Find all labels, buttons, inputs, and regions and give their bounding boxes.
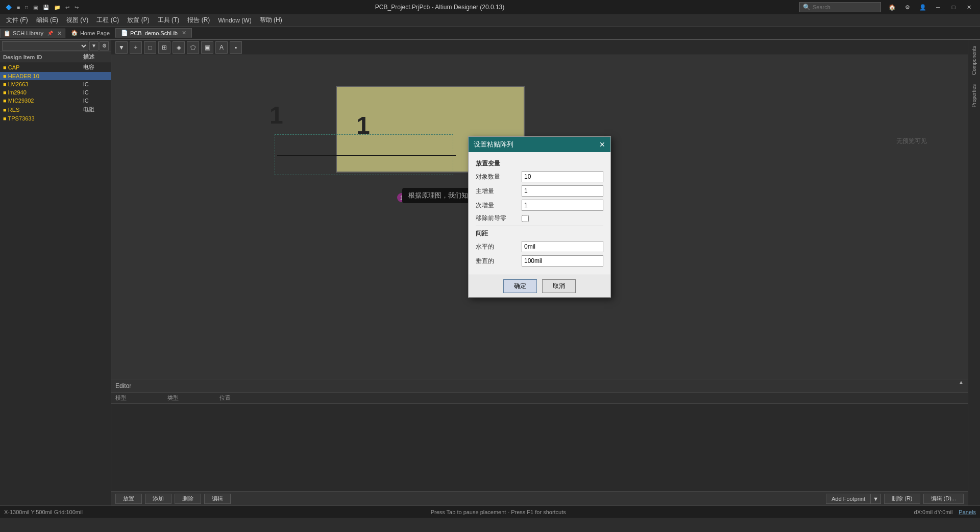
edit-button[interactable]: 编辑 [204, 494, 231, 504]
settings-icon[interactable]: ⚙ [900, 2, 915, 13]
app-icon: 🔷 [4, 4, 13, 11]
no-preview-text: 无预览可见 [896, 137, 927, 146]
settings-small-btn[interactable]: ⚙ [100, 41, 109, 51]
search-icon: 🔍 [803, 4, 811, 11]
dialog-input-count[interactable] [522, 171, 603, 182]
search-box[interactable]: 🔍 [799, 2, 881, 12]
titlebar: 🔷 ■ □ ▣ 💾 📁 ↩ ↪ PCB_Project.PrjPcb - Alt… [0, 0, 980, 14]
dialog-checkbox-remove-zeros[interactable] [522, 215, 529, 222]
dialog-close-button[interactable]: ✕ [599, 140, 605, 149]
close-button[interactable]: ✕ [962, 2, 976, 13]
col-design-id: Design Item ID [0, 52, 80, 62]
menu-file[interactable]: 文件 (F) [2, 15, 32, 26]
tool-snap[interactable]: ◈ [173, 41, 185, 54]
tab-pcb-demo[interactable]: 📄 PCB_demo.SchLib ✕ [115, 28, 192, 38]
dialog-label-primary: 主增量 [476, 187, 522, 196]
toolbar-icon-proj[interactable]: ▣ [32, 4, 39, 11]
bottom-toolbar: 放置 添加 删除 编辑 Add Footprint ▼ 删除 (R) 编辑 (D… [111, 491, 968, 505]
panel-title: SCH Library [13, 30, 43, 36]
delete-button[interactable]: 删除 [175, 494, 201, 504]
dialog-body: 放置变量 对象数量 主增量 次增量 [469, 152, 610, 275]
toolbar-icon-save[interactable]: ■ [15, 4, 21, 11]
edit-d-button[interactable]: 编辑 (D)... [923, 494, 964, 504]
menu-project[interactable]: 工程 (C) [92, 15, 123, 26]
minimize-button[interactable]: ─ [931, 2, 945, 13]
dialog-confirm-button[interactable]: 确定 [503, 279, 537, 293]
canvas-area[interactable]: 1 1 1 根据原理图，我们知道一边是10个管脚 设置粘贴阵列 [111, 55, 968, 379]
tool-fill[interactable]: ▣ [201, 41, 213, 54]
dialog-label-horizontal: 水平的 [476, 243, 522, 251]
tab-pcb-close[interactable]: ✕ [182, 30, 186, 36]
search-input[interactable] [813, 4, 877, 10]
dialog-cancel-button[interactable]: 取消 [542, 279, 576, 293]
table-row[interactable]: ■ LM2663 IC [0, 80, 111, 88]
tool-grid[interactable]: ⊞ [158, 41, 170, 54]
tab-homepage[interactable]: 🏠 Home Page [65, 28, 115, 38]
filter-btn[interactable]: ▼ [89, 41, 99, 51]
status-coordinates: X-1300mil Y:500mil Grid:100mil [4, 509, 83, 515]
tab-homepage-label: Home Page [80, 30, 110, 36]
dialog-input-horizontal[interactable] [522, 241, 603, 252]
col-model: 模型 [115, 394, 127, 402]
toolbar-icon-open[interactable]: □ [23, 4, 30, 11]
menu-place[interactable]: 放置 (P) [123, 15, 153, 26]
tool-text[interactable]: A [215, 41, 228, 54]
status-right: dX:0mil dY:0mil Panels [914, 509, 976, 515]
dialog-row-secondary: 次增量 [476, 200, 603, 211]
window-controls: 🏠 ⚙ 👤 ─ □ ✕ [885, 2, 976, 13]
sidebar-tab-components[interactable]: Components [969, 42, 979, 79]
add-footprint-arrow[interactable]: ▼ [870, 494, 881, 504]
toolbar-redo[interactable]: ↪ [73, 4, 80, 11]
dialog-label-remove-zeros: 移除前导零 [476, 214, 522, 223]
menu-view[interactable]: 视图 (V) [62, 15, 92, 26]
menu-help[interactable]: 帮助 (H) [256, 15, 286, 26]
dialog-row-primary: 主增量 [476, 185, 603, 197]
tool-polygon[interactable]: ⬠ [187, 41, 199, 54]
dialog-input-secondary[interactable] [522, 200, 603, 211]
expand-button[interactable]: ▲ [959, 379, 964, 385]
dialog-input-primary[interactable] [522, 185, 603, 197]
table-row[interactable]: ■ lm2940 IC [0, 88, 111, 96]
table-row[interactable]: ■ MIC29302 IC [0, 96, 111, 105]
toolbar-undo[interactable]: ↩ [64, 4, 71, 11]
right-sidebar: Components Properties [968, 40, 980, 505]
delete-r-button[interactable]: 删除 (R) [884, 494, 920, 504]
toolbar-icon-file[interactable]: 💾 [41, 4, 51, 11]
table-row[interactable]: ■ RES 电阻 [0, 105, 111, 114]
tool-add[interactable]: + [130, 41, 142, 54]
maximize-button[interactable]: □ [946, 2, 961, 13]
dialog-title-bar: 设置粘贴阵列 ✕ [469, 137, 610, 152]
menu-edit[interactable]: 编辑 (E) [32, 15, 62, 26]
component-table: Design Item ID 描述 ■ CAP 电容 ■ HEADER 10 ■… [0, 52, 111, 505]
tool-select[interactable]: □ [144, 41, 156, 54]
menu-window[interactable]: Window (W) [214, 16, 255, 25]
user-icon[interactable]: 👤 [916, 2, 930, 13]
panel-close[interactable]: ✕ [57, 30, 62, 37]
table-row[interactable]: ■ CAP 电容 [0, 62, 111, 72]
table-row[interactable]: ■ HEADER 10 [0, 72, 111, 80]
dialog-label-vertical: 垂直的 [476, 257, 522, 265]
col-position: 位置 [219, 394, 231, 402]
table-row[interactable]: ■ TPS73633 [0, 114, 111, 123]
panel-icon: 📋 [4, 30, 11, 37]
sidebar-tab-properties[interactable]: Properties [969, 80, 979, 112]
add-button[interactable]: 添加 [145, 494, 172, 504]
component-filter-select[interactable] [2, 41, 88, 51]
toolbar-icon-folder[interactable]: 📁 [53, 4, 62, 11]
home-icon[interactable]: 🏠 [885, 2, 899, 13]
editor-table-header: 模型 类型 位置 [111, 393, 968, 404]
tool-filter[interactable]: ▼ [115, 41, 128, 54]
panel-pin[interactable]: 📌 [47, 31, 53, 36]
place-button[interactable]: 放置 [115, 494, 142, 504]
panels-button[interactable]: Panels [959, 509, 976, 515]
menu-report[interactable]: 报告 (R) [183, 15, 214, 26]
editor-title: Editor [115, 382, 131, 390]
menu-tools[interactable]: 工具 (T) [154, 15, 184, 26]
status-message: Press Tab to pause placement - Press F1 … [431, 509, 566, 515]
tool-small[interactable]: ▪ [230, 41, 242, 54]
sch-library-panel-header[interactable]: 📋 SCH Library 📌 ✕ [0, 29, 65, 38]
dialog-input-vertical[interactable] [522, 255, 603, 267]
add-footprint-button[interactable]: Add Footprint [826, 494, 870, 504]
titlebar-left-icons: 🔷 ■ □ ▣ 💾 📁 ↩ ↪ [4, 4, 80, 11]
tab-pcb-icon: 📄 [121, 30, 128, 36]
